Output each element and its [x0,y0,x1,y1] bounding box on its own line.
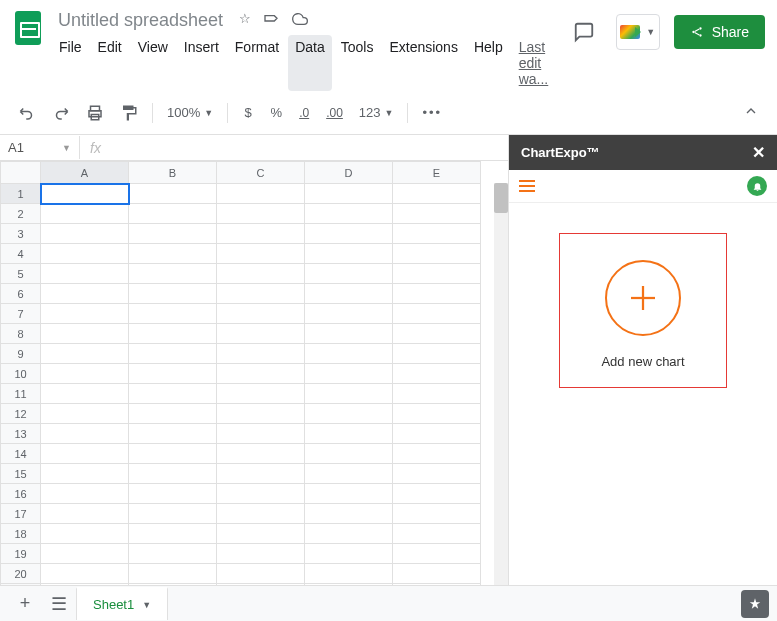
cell-D12[interactable] [305,404,393,424]
increase-decimal-button[interactable]: .00 [320,100,349,126]
row-header-18[interactable]: 18 [1,524,41,544]
cell-D19[interactable] [305,544,393,564]
add-sheet-button[interactable]: + [8,587,42,621]
cell-A7[interactable] [41,304,129,324]
cell-C12[interactable] [217,404,305,424]
cell-E4[interactable] [393,244,481,264]
cell-E15[interactable] [393,464,481,484]
cell-E10[interactable] [393,364,481,384]
row-header-8[interactable]: 8 [1,324,41,344]
cell-C8[interactable] [217,324,305,344]
cell-C11[interactable] [217,384,305,404]
vertical-scrollbar[interactable] [494,183,508,598]
cell-C19[interactable] [217,544,305,564]
add-new-chart-button[interactable]: Add new chart [559,233,727,388]
cell-C4[interactable] [217,244,305,264]
col-header-C[interactable]: C [217,162,305,184]
menu-format[interactable]: Format [228,35,286,91]
cell-E6[interactable] [393,284,481,304]
print-button[interactable] [80,98,110,128]
number-format-dropdown[interactable]: 123▼ [353,101,400,124]
cell-B14[interactable] [129,444,217,464]
zoom-dropdown[interactable]: 100%▼ [161,101,219,124]
cell-C20[interactable] [217,564,305,584]
menu-insert[interactable]: Insert [177,35,226,91]
cell-C3[interactable] [217,224,305,244]
more-options-button[interactable]: ••• [416,99,448,126]
cell-D11[interactable] [305,384,393,404]
cell-A9[interactable] [41,344,129,364]
cell-E9[interactable] [393,344,481,364]
row-header-1[interactable]: 1 [1,184,41,204]
cell-C17[interactable] [217,504,305,524]
cell-C6[interactable] [217,284,305,304]
cell-C15[interactable] [217,464,305,484]
cell-A20[interactable] [41,564,129,584]
col-header-E[interactable]: E [393,162,481,184]
cell-C5[interactable] [217,264,305,284]
cell-A4[interactable] [41,244,129,264]
cell-E5[interactable] [393,264,481,284]
cell-B6[interactable] [129,284,217,304]
cell-A14[interactable] [41,444,129,464]
cell-C1[interactable] [217,184,305,204]
document-title[interactable]: Untitled spreadsheet [52,8,229,33]
cell-B4[interactable] [129,244,217,264]
cell-D10[interactable] [305,364,393,384]
row-header-13[interactable]: 13 [1,424,41,444]
col-header-A[interactable]: A [41,162,129,184]
notifications-button[interactable] [747,176,767,196]
row-header-12[interactable]: 12 [1,404,41,424]
cell-C13[interactable] [217,424,305,444]
cell-B2[interactable] [129,204,217,224]
row-header-20[interactable]: 20 [1,564,41,584]
cell-E18[interactable] [393,524,481,544]
explore-button[interactable] [741,590,769,618]
col-header-D[interactable]: D [305,162,393,184]
row-header-19[interactable]: 19 [1,544,41,564]
cell-A10[interactable] [41,364,129,384]
row-header-6[interactable]: 6 [1,284,41,304]
menu-help[interactable]: Help [467,35,510,91]
cell-A13[interactable] [41,424,129,444]
cell-C16[interactable] [217,484,305,504]
cell-B8[interactable] [129,324,217,344]
cell-D16[interactable] [305,484,393,504]
menu-view[interactable]: View [131,35,175,91]
cell-E12[interactable] [393,404,481,424]
share-button[interactable]: Share [674,15,765,49]
cell-D17[interactable] [305,504,393,524]
row-header-14[interactable]: 14 [1,444,41,464]
collapse-toolbar-button[interactable] [737,97,765,128]
row-header-4[interactable]: 4 [1,244,41,264]
menu-data[interactable]: Data [288,35,332,91]
cell-A15[interactable] [41,464,129,484]
move-icon[interactable] [263,11,279,30]
cell-C7[interactable] [217,304,305,324]
cell-D1[interactable] [305,184,393,204]
cell-D2[interactable] [305,204,393,224]
cell-B1[interactable] [129,184,217,204]
cell-E19[interactable] [393,544,481,564]
cloud-icon[interactable] [291,11,309,30]
name-box[interactable]: A1▼ [0,136,80,159]
last-edit-link[interactable]: Last edit wa... [512,35,566,91]
cell-B18[interactable] [129,524,217,544]
cell-D14[interactable] [305,444,393,464]
cell-D8[interactable] [305,324,393,344]
cell-A3[interactable] [41,224,129,244]
cell-C2[interactable] [217,204,305,224]
all-sheets-button[interactable]: ☰ [42,587,76,621]
cell-D5[interactable] [305,264,393,284]
row-header-9[interactable]: 9 [1,344,41,364]
col-header-B[interactable]: B [129,162,217,184]
cell-B12[interactable] [129,404,217,424]
cell-C18[interactable] [217,524,305,544]
sheet-tab[interactable]: Sheet1▼ [76,587,168,620]
row-header-2[interactable]: 2 [1,204,41,224]
menu-file[interactable]: File [52,35,89,91]
cell-B20[interactable] [129,564,217,584]
row-header-5[interactable]: 5 [1,264,41,284]
cell-A5[interactable] [41,264,129,284]
cell-E1[interactable] [393,184,481,204]
